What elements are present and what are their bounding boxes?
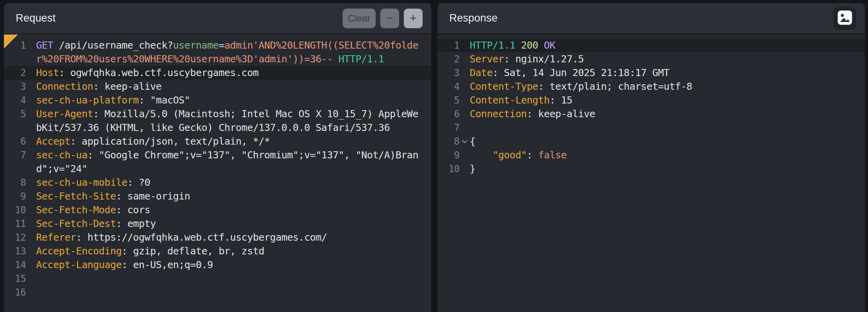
fold-slot: [26, 134, 36, 148]
code-line-wrap[interactable]: d";v="24": [4, 162, 431, 176]
line-number: 4: [7, 95, 26, 106]
line-number: 9: [441, 150, 459, 161]
code-line[interactable]: 6Accept: application/json, text/plain, *…: [4, 134, 431, 148]
render-image-button[interactable]: [833, 7, 856, 30]
code-line[interactable]: 8{: [438, 134, 865, 148]
response-editor[interactable]: 1HTTP/1.1 200 OK2Server: nginx/1.27.53Da…: [438, 34, 865, 312]
line-number: 8: [441, 136, 459, 147]
line-number: 10: [7, 205, 26, 216]
code-line[interactable]: 2Server: nginx/1.27.5: [438, 52, 865, 66]
line-number: 3: [441, 67, 459, 78]
response-panel-header: Response: [438, 3, 865, 34]
code-text: sec-ch-ua-mobile: ?0: [36, 177, 431, 188]
fold-slot: [26, 203, 36, 217]
fold-slot: [459, 66, 470, 80]
line-number: 15: [7, 273, 26, 284]
code-line[interactable]: 15: [4, 272, 431, 285]
code-text: d";v="24": [36, 163, 431, 174]
request-toolbar: Clear − +: [343, 9, 423, 28]
code-text: {: [470, 136, 865, 147]
line-number: 5: [441, 95, 459, 106]
line-number: 5: [7, 109, 26, 120]
line-number: 3: [7, 81, 26, 92]
request-title: Request: [16, 12, 56, 24]
code-line[interactable]: 9Sec-Fetch-Site: same-origin: [4, 189, 431, 203]
fold-slot: [26, 93, 36, 107]
code-text: Content-Type: text/plain; charset=utf-8: [470, 81, 865, 92]
line-number: 10: [441, 163, 459, 174]
response-code-lines: 1HTTP/1.1 200 OK2Server: nginx/1.27.53Da…: [438, 38, 865, 176]
decrease-font-button[interactable]: −: [380, 9, 399, 28]
request-panel: Request Clear − + 1GET /api/username_che…: [4, 3, 431, 312]
code-text: Accept-Encoding: gzip, deflate, br, zstd: [36, 245, 431, 257]
fold-slot: [26, 176, 36, 189]
code-text: Server: nginx/1.27.5: [470, 53, 865, 65]
code-line[interactable]: 2Host: ogwfqhka.web.ctf.uscybergames.com: [4, 66, 431, 80]
line-number: 16: [7, 287, 26, 298]
code-line-wrap[interactable]: bKit/537.36 (KHTML, like Gecko) Chrome/1…: [4, 121, 431, 134]
code-text: Sec-Fetch-Site: same-origin: [36, 190, 431, 202]
code-line[interactable]: 4Content-Type: text/plain; charset=utf-8: [438, 80, 865, 93]
fold-slot: [26, 189, 36, 203]
response-toolbar: [833, 7, 856, 30]
request-panel-header: Request Clear − +: [4, 3, 431, 34]
fold-slot: [459, 107, 470, 121]
fold-slot: [459, 52, 470, 66]
request-code-lines: 1GET /api/username_check?username=admin'…: [4, 38, 431, 299]
line-number: 4: [441, 81, 459, 92]
line-number: 13: [7, 246, 26, 257]
clear-button[interactable]: Clear: [343, 9, 376, 28]
line-number: 7: [7, 150, 26, 161]
fold-slot: [459, 162, 470, 176]
image-icon: [837, 10, 853, 27]
line-number: 14: [7, 259, 26, 270]
line-number: 1: [441, 40, 459, 51]
line-number: 11: [7, 218, 26, 229]
code-text: sec-ch-ua: "Google Chrome";v="137", "Chr…: [36, 149, 431, 161]
code-line[interactable]: 1GET /api/username_check?username=admin'…: [4, 38, 431, 52]
code-line[interactable]: 5User-Agent: Mozilla/5.0 (Macintosh; Int…: [4, 107, 431, 121]
code-line[interactable]: 7sec-ch-ua: "Google Chrome";v="137", "Ch…: [4, 148, 431, 162]
line-number: 7: [441, 122, 459, 133]
fold-chevron-icon[interactable]: [459, 134, 470, 148]
code-line[interactable]: 3Connection: keep-alive: [4, 80, 431, 93]
response-panel: Response 1HTTP/1.1 200 OK2Server: nginx/…: [438, 3, 865, 312]
code-line[interactable]: 10}: [438, 162, 865, 176]
line-number: 6: [441, 109, 459, 120]
fold-slot: [26, 244, 36, 258]
code-line[interactable]: 5Content-Length: 15: [438, 93, 865, 107]
code-line[interactable]: 12Referer: https://ogwfqhka.web.ctf.uscy…: [4, 230, 431, 244]
code-text: Accept: application/json, text/plain, */…: [36, 136, 431, 147]
code-line[interactable]: 9 "good": false: [438, 148, 865, 162]
wrap-marker-icon: [4, 34, 18, 49]
code-text: r%20FROM%20users%20WHERE%20username%3D'a…: [36, 53, 431, 65]
fold-slot: [26, 162, 36, 176]
code-line[interactable]: 1HTTP/1.1 200 OK: [438, 38, 865, 52]
code-line[interactable]: 14Accept-Language: en-US,en;q=0.9: [4, 258, 431, 272]
http-editor-workspace: Request Clear − + 1GET /api/username_che…: [0, 0, 868, 312]
code-line-wrap[interactable]: r%20FROM%20users%20WHERE%20username%3D'a…: [4, 52, 431, 66]
line-number: 2: [441, 54, 459, 65]
code-line[interactable]: 11Sec-Fetch-Dest: empty: [4, 217, 431, 230]
code-text: Sec-Fetch-Dest: empty: [36, 218, 431, 229]
request-editor[interactable]: 1GET /api/username_check?username=admin'…: [4, 34, 431, 312]
fold-slot: [459, 121, 470, 134]
code-line[interactable]: 10Sec-Fetch-Mode: cors: [4, 203, 431, 217]
code-text: }: [470, 163, 865, 174]
fold-slot: [26, 80, 36, 93]
code-text: Content-Length: 15: [470, 94, 865, 106]
code-text: bKit/537.36 (KHTML, like Gecko) Chrome/1…: [36, 122, 431, 133]
line-number: 12: [7, 232, 26, 243]
fold-slot: [26, 272, 36, 285]
code-text: Connection: keep-alive: [470, 108, 865, 120]
increase-font-button[interactable]: +: [404, 9, 423, 28]
code-line[interactable]: 13Accept-Encoding: gzip, deflate, br, zs…: [4, 244, 431, 258]
code-line[interactable]: 6Connection: keep-alive: [438, 107, 865, 121]
code-line[interactable]: 3Date: Sat, 14 Jun 2025 21:18:17 GMT: [438, 66, 865, 80]
code-line[interactable]: 16: [4, 285, 431, 299]
code-text: sec-ch-ua-platform: "macOS": [36, 94, 431, 106]
code-line[interactable]: 7: [438, 121, 865, 134]
code-line[interactable]: 8sec-ch-ua-mobile: ?0: [4, 176, 431, 189]
code-line[interactable]: 4sec-ch-ua-platform: "macOS": [4, 93, 431, 107]
fold-slot: [459, 80, 470, 93]
